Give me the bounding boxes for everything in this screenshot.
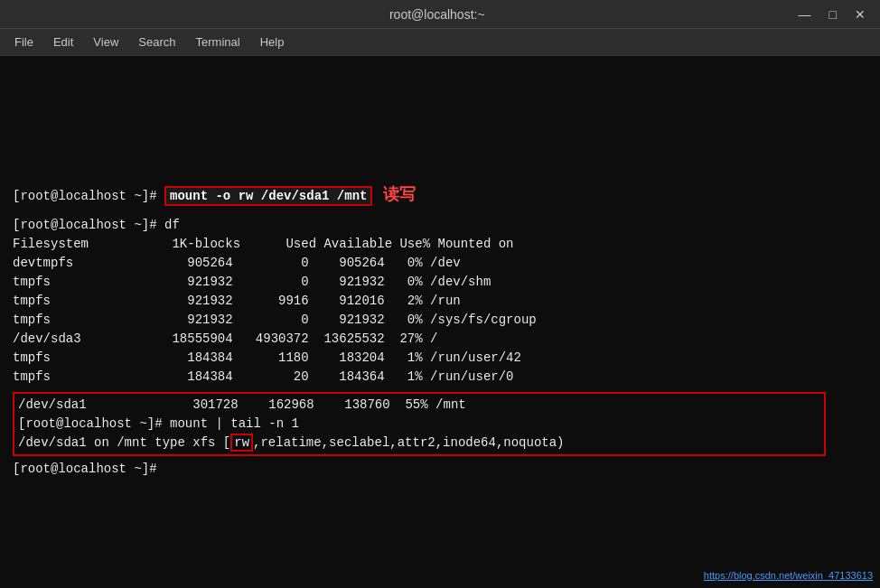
close-button[interactable]: ✕ [849,5,871,23]
window-controls: — □ ✕ [793,5,871,23]
chinese-readwrite-label: 读写 [383,185,416,203]
df-row-4: /dev/sda3 18555904 4930372 13625532 27% … [13,330,867,349]
window-title: root@localhost:~ [81,7,793,22]
df-row-0: devtmpfs 905264 0 905264 0% /dev [13,254,867,273]
mount-command-line: [root@localhost ~]# mount -o rw /dev/sda… [13,182,867,207]
df-row-1: tmpfs 921932 0 921932 0% /dev/shm [13,273,867,292]
mount-output-pre: /dev/sda1 on /mnt type xfs [ [18,435,230,450]
terminal-content[interactable]: [root@localhost ~]# mount -o rw /dev/sda… [0,56,880,588]
df-row-6: tmpfs 184384 20 184364 1% /run/user/0 [13,368,867,387]
df-header: Filesystem 1K-blocks Used Available Use%… [13,235,867,254]
sda1-row: /dev/sda1 301728 162968 138760 55% /mnt [18,396,820,415]
rw-highlight: rw [230,434,253,452]
df-command-line: [root@localhost ~]# df [13,216,867,235]
menu-help[interactable]: Help [251,32,294,52]
final-prompt-line: [root@localhost ~]# [13,460,867,479]
prompt-2: [root@localhost ~]# df [13,218,180,232]
df-row-5: tmpfs 184384 1180 183204 1% /run/user/42 [13,349,867,368]
prompt-1: [root@localhost ~]# [13,189,164,203]
df-output: Filesystem 1K-blocks Used Available Use%… [13,235,867,387]
minimize-button[interactable]: — [793,5,817,23]
df-row-2: tmpfs 921932 9916 912016 2% /run [13,292,867,311]
menu-search[interactable]: Search [129,32,184,52]
highlighted-section: /dev/sda1 301728 162968 138760 55% /mnt … [13,392,826,456]
mount-command-boxed: mount -o rw /dev/sda1 /mnt [164,186,372,206]
menu-file[interactable]: File [5,32,42,52]
mount-output-post: ,relatime,seclabel,attr2,inode64,noquota… [253,435,564,450]
prompt-4: [root@localhost ~]# [13,462,164,476]
menu-bar: File Edit View Search Terminal Help [0,29,880,56]
menu-view[interactable]: View [84,32,127,52]
blank-top [13,65,867,182]
df-row-3: tmpfs 921932 0 921932 0% /sys/fs/cgroup [13,311,867,330]
maximize-button[interactable]: □ [824,5,842,23]
title-bar: root@localhost:~ — □ ✕ [0,0,880,29]
mount-tail-command: [root@localhost ~]# mount | tail -n 1 [18,415,820,434]
menu-edit[interactable]: Edit [44,32,82,52]
mount-output-line: /dev/sda1 on /mnt type xfs [rw,relatime,… [18,434,820,453]
watermark: https://blog.csdn.net/weixin_47133613 [704,570,873,581]
menu-terminal[interactable]: Terminal [187,32,249,52]
